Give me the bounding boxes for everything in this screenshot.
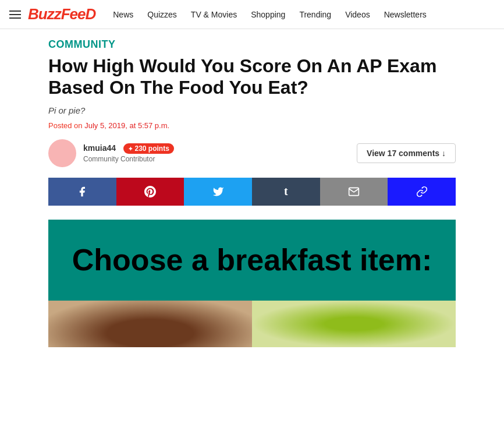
view-comments-link[interactable]: View 17 comments ↓ bbox=[357, 143, 456, 163]
quiz-banner-text: Choose a breakfast item: bbox=[62, 243, 442, 278]
posted-label: Posted on bbox=[48, 121, 83, 130]
quiz-banner: Choose a breakfast item: bbox=[48, 220, 456, 301]
nav-trending[interactable]: Trending bbox=[293, 6, 337, 23]
share-link[interactable] bbox=[388, 178, 456, 206]
nav-news[interactable]: News bbox=[107, 6, 139, 23]
article-subtitle: Pi or pie? bbox=[48, 105, 456, 115]
share-pinterest[interactable] bbox=[116, 178, 184, 206]
points-badge: 230 points bbox=[123, 143, 174, 154]
posted-date: Posted on July 5, 2019, at 5:57 p.m. bbox=[48, 121, 456, 130]
article-title: How High Would You Score On An AP Exam B… bbox=[48, 55, 456, 98]
share-twitter[interactable] bbox=[184, 178, 252, 206]
breakfast-image-right bbox=[252, 301, 456, 347]
community-tag[interactable]: Community bbox=[48, 38, 456, 51]
site-header: BuzzFeeD News Quizzes TV & Movies Shoppi… bbox=[0, 0, 504, 29]
avatar bbox=[48, 139, 76, 167]
nav-newsletters[interactable]: Newsletters bbox=[378, 6, 432, 23]
nav-quizzes[interactable]: Quizzes bbox=[141, 6, 183, 23]
buzzfeed-logo[interactable]: BuzzFeeD bbox=[28, 5, 95, 23]
posted-date-value: July 5, 2019, at 5:57 p.m. bbox=[84, 121, 169, 130]
main-nav: News Quizzes TV & Movies Shopping Trendi… bbox=[107, 6, 495, 23]
author-role: Community Contributor bbox=[83, 155, 174, 163]
article-content: Community How High Would You Score On An… bbox=[0, 29, 504, 357]
author-row: kmuia44 230 points Community Contributor… bbox=[48, 139, 456, 167]
nav-videos[interactable]: Videos bbox=[339, 6, 376, 23]
nav-shopping[interactable]: Shopping bbox=[245, 6, 291, 23]
nav-tv-movies[interactable]: TV & Movies bbox=[185, 6, 243, 23]
image-row bbox=[48, 301, 456, 347]
hamburger-menu[interactable] bbox=[9, 10, 21, 19]
author-left: kmuia44 230 points Community Contributor bbox=[48, 139, 174, 167]
author-info: kmuia44 230 points Community Contributor bbox=[83, 143, 174, 164]
share-tumblr[interactable]: t bbox=[252, 178, 320, 206]
share-buttons: t bbox=[48, 178, 456, 206]
author-name[interactable]: kmuia44 bbox=[83, 143, 116, 153]
share-facebook[interactable] bbox=[48, 178, 116, 206]
breakfast-image-left bbox=[48, 301, 252, 347]
share-email[interactable] bbox=[320, 178, 388, 206]
author-name-line: kmuia44 230 points bbox=[83, 143, 174, 154]
